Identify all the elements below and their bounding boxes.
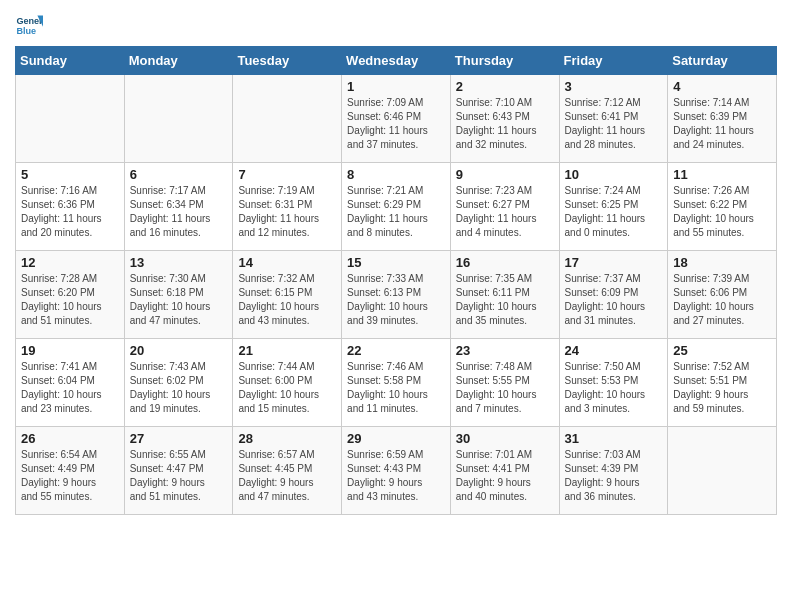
day-number: 26 <box>21 431 119 446</box>
calendar-cell: 19Sunrise: 7:41 AM Sunset: 6:04 PM Dayli… <box>16 339 125 427</box>
calendar-cell <box>16 75 125 163</box>
calendar-cell: 18Sunrise: 7:39 AM Sunset: 6:06 PM Dayli… <box>668 251 777 339</box>
day-info: Sunrise: 7:19 AM Sunset: 6:31 PM Dayligh… <box>238 184 336 240</box>
day-number: 22 <box>347 343 445 358</box>
day-number: 5 <box>21 167 119 182</box>
day-number: 16 <box>456 255 554 270</box>
calendar-cell: 11Sunrise: 7:26 AM Sunset: 6:22 PM Dayli… <box>668 163 777 251</box>
day-number: 19 <box>21 343 119 358</box>
calendar-cell: 17Sunrise: 7:37 AM Sunset: 6:09 PM Dayli… <box>559 251 668 339</box>
day-info: Sunrise: 7:21 AM Sunset: 6:29 PM Dayligh… <box>347 184 445 240</box>
calendar-cell <box>233 75 342 163</box>
day-info: Sunrise: 6:54 AM Sunset: 4:49 PM Dayligh… <box>21 448 119 504</box>
calendar-cell: 14Sunrise: 7:32 AM Sunset: 6:15 PM Dayli… <box>233 251 342 339</box>
day-info: Sunrise: 7:46 AM Sunset: 5:58 PM Dayligh… <box>347 360 445 416</box>
calendar-table: SundayMondayTuesdayWednesdayThursdayFrid… <box>15 46 777 515</box>
day-number: 7 <box>238 167 336 182</box>
day-number: 6 <box>130 167 228 182</box>
day-number: 15 <box>347 255 445 270</box>
svg-text:Blue: Blue <box>16 26 36 36</box>
calendar-cell: 6Sunrise: 7:17 AM Sunset: 6:34 PM Daylig… <box>124 163 233 251</box>
day-info: Sunrise: 7:41 AM Sunset: 6:04 PM Dayligh… <box>21 360 119 416</box>
calendar-cell: 23Sunrise: 7:48 AM Sunset: 5:55 PM Dayli… <box>450 339 559 427</box>
day-info: Sunrise: 7:16 AM Sunset: 6:36 PM Dayligh… <box>21 184 119 240</box>
day-number: 1 <box>347 79 445 94</box>
day-info: Sunrise: 7:44 AM Sunset: 6:00 PM Dayligh… <box>238 360 336 416</box>
day-info: Sunrise: 7:30 AM Sunset: 6:18 PM Dayligh… <box>130 272 228 328</box>
day-info: Sunrise: 7:01 AM Sunset: 4:41 PM Dayligh… <box>456 448 554 504</box>
day-number: 10 <box>565 167 663 182</box>
calendar-cell: 1Sunrise: 7:09 AM Sunset: 6:46 PM Daylig… <box>342 75 451 163</box>
calendar-cell: 8Sunrise: 7:21 AM Sunset: 6:29 PM Daylig… <box>342 163 451 251</box>
calendar-cell: 16Sunrise: 7:35 AM Sunset: 6:11 PM Dayli… <box>450 251 559 339</box>
page-header: General Blue <box>15 10 777 38</box>
day-info: Sunrise: 7:33 AM Sunset: 6:13 PM Dayligh… <box>347 272 445 328</box>
calendar-cell: 29Sunrise: 6:59 AM Sunset: 4:43 PM Dayli… <box>342 427 451 515</box>
day-number: 9 <box>456 167 554 182</box>
day-number: 27 <box>130 431 228 446</box>
day-number: 28 <box>238 431 336 446</box>
day-info: Sunrise: 7:12 AM Sunset: 6:41 PM Dayligh… <box>565 96 663 152</box>
calendar-week-row: 26Sunrise: 6:54 AM Sunset: 4:49 PM Dayli… <box>16 427 777 515</box>
day-info: Sunrise: 7:48 AM Sunset: 5:55 PM Dayligh… <box>456 360 554 416</box>
day-number: 17 <box>565 255 663 270</box>
day-info: Sunrise: 7:09 AM Sunset: 6:46 PM Dayligh… <box>347 96 445 152</box>
day-number: 2 <box>456 79 554 94</box>
calendar-cell <box>668 427 777 515</box>
header-saturday: Saturday <box>668 47 777 75</box>
header-wednesday: Wednesday <box>342 47 451 75</box>
calendar-cell: 13Sunrise: 7:30 AM Sunset: 6:18 PM Dayli… <box>124 251 233 339</box>
day-number: 31 <box>565 431 663 446</box>
calendar-week-row: 19Sunrise: 7:41 AM Sunset: 6:04 PM Dayli… <box>16 339 777 427</box>
day-number: 21 <box>238 343 336 358</box>
day-info: Sunrise: 7:26 AM Sunset: 6:22 PM Dayligh… <box>673 184 771 240</box>
day-number: 25 <box>673 343 771 358</box>
calendar-cell: 15Sunrise: 7:33 AM Sunset: 6:13 PM Dayli… <box>342 251 451 339</box>
day-number: 30 <box>456 431 554 446</box>
calendar-cell: 9Sunrise: 7:23 AM Sunset: 6:27 PM Daylig… <box>450 163 559 251</box>
header-monday: Monday <box>124 47 233 75</box>
calendar-cell: 31Sunrise: 7:03 AM Sunset: 4:39 PM Dayli… <box>559 427 668 515</box>
calendar-cell: 30Sunrise: 7:01 AM Sunset: 4:41 PM Dayli… <box>450 427 559 515</box>
header-tuesday: Tuesday <box>233 47 342 75</box>
day-info: Sunrise: 6:57 AM Sunset: 4:45 PM Dayligh… <box>238 448 336 504</box>
day-number: 13 <box>130 255 228 270</box>
header-sunday: Sunday <box>16 47 125 75</box>
calendar-cell: 28Sunrise: 6:57 AM Sunset: 4:45 PM Dayli… <box>233 427 342 515</box>
day-number: 18 <box>673 255 771 270</box>
calendar-cell: 25Sunrise: 7:52 AM Sunset: 5:51 PM Dayli… <box>668 339 777 427</box>
day-info: Sunrise: 7:32 AM Sunset: 6:15 PM Dayligh… <box>238 272 336 328</box>
calendar-cell: 22Sunrise: 7:46 AM Sunset: 5:58 PM Dayli… <box>342 339 451 427</box>
calendar-cell: 2Sunrise: 7:10 AM Sunset: 6:43 PM Daylig… <box>450 75 559 163</box>
day-number: 3 <box>565 79 663 94</box>
day-info: Sunrise: 6:55 AM Sunset: 4:47 PM Dayligh… <box>130 448 228 504</box>
day-info: Sunrise: 7:52 AM Sunset: 5:51 PM Dayligh… <box>673 360 771 416</box>
day-number: 12 <box>21 255 119 270</box>
calendar-cell: 10Sunrise: 7:24 AM Sunset: 6:25 PM Dayli… <box>559 163 668 251</box>
calendar-cell: 7Sunrise: 7:19 AM Sunset: 6:31 PM Daylig… <box>233 163 342 251</box>
day-info: Sunrise: 7:37 AM Sunset: 6:09 PM Dayligh… <box>565 272 663 328</box>
day-info: Sunrise: 7:10 AM Sunset: 6:43 PM Dayligh… <box>456 96 554 152</box>
calendar-cell: 21Sunrise: 7:44 AM Sunset: 6:00 PM Dayli… <box>233 339 342 427</box>
calendar-week-row: 1Sunrise: 7:09 AM Sunset: 6:46 PM Daylig… <box>16 75 777 163</box>
calendar-week-row: 12Sunrise: 7:28 AM Sunset: 6:20 PM Dayli… <box>16 251 777 339</box>
calendar-cell: 12Sunrise: 7:28 AM Sunset: 6:20 PM Dayli… <box>16 251 125 339</box>
day-info: Sunrise: 7:23 AM Sunset: 6:27 PM Dayligh… <box>456 184 554 240</box>
day-info: Sunrise: 7:17 AM Sunset: 6:34 PM Dayligh… <box>130 184 228 240</box>
day-number: 8 <box>347 167 445 182</box>
day-number: 4 <box>673 79 771 94</box>
calendar-cell <box>124 75 233 163</box>
day-number: 11 <box>673 167 771 182</box>
calendar-cell: 5Sunrise: 7:16 AM Sunset: 6:36 PM Daylig… <box>16 163 125 251</box>
day-info: Sunrise: 7:35 AM Sunset: 6:11 PM Dayligh… <box>456 272 554 328</box>
day-number: 29 <box>347 431 445 446</box>
calendar-cell: 20Sunrise: 7:43 AM Sunset: 6:02 PM Dayli… <box>124 339 233 427</box>
day-number: 23 <box>456 343 554 358</box>
day-info: Sunrise: 7:28 AM Sunset: 6:20 PM Dayligh… <box>21 272 119 328</box>
day-info: Sunrise: 7:50 AM Sunset: 5:53 PM Dayligh… <box>565 360 663 416</box>
day-info: Sunrise: 6:59 AM Sunset: 4:43 PM Dayligh… <box>347 448 445 504</box>
day-number: 20 <box>130 343 228 358</box>
day-number: 24 <box>565 343 663 358</box>
calendar-cell: 27Sunrise: 6:55 AM Sunset: 4:47 PM Dayli… <box>124 427 233 515</box>
calendar-cell: 26Sunrise: 6:54 AM Sunset: 4:49 PM Dayli… <box>16 427 125 515</box>
